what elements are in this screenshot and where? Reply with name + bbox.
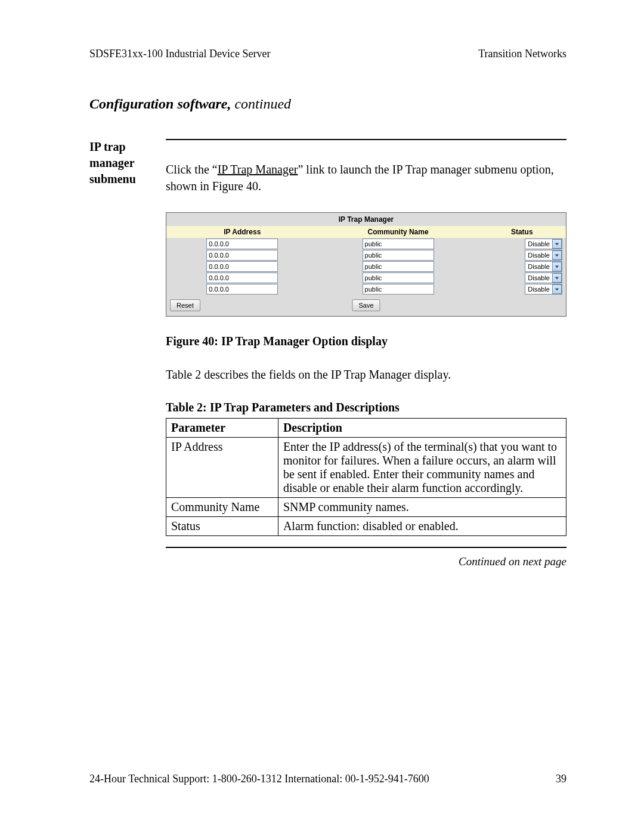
param-desc: Enter the IP address(s) of the terminal(… bbox=[278, 438, 566, 498]
trap-row: Disable bbox=[166, 261, 566, 272]
status-value: Disable bbox=[528, 274, 550, 281]
status-select[interactable]: Disable bbox=[525, 250, 562, 261]
ip-address-input[interactable] bbox=[206, 250, 278, 261]
body-pre: Click the “ bbox=[166, 163, 218, 176]
param-name: Community Name bbox=[166, 498, 278, 517]
svg-marker-1 bbox=[555, 254, 559, 256]
section-title-main: Configuration software, bbox=[89, 96, 231, 112]
trap-header-community: Community Name bbox=[318, 228, 478, 236]
svg-marker-2 bbox=[555, 265, 559, 268]
trap-row: Disable bbox=[166, 238, 566, 249]
param-desc: Alarm function: disabled or enabled. bbox=[278, 517, 566, 536]
community-name-input[interactable] bbox=[363, 272, 434, 283]
table-row: IP AddressEnter the IP address(s) of the… bbox=[166, 438, 566, 498]
ip-address-input[interactable] bbox=[206, 261, 278, 272]
chevron-down-icon[interactable] bbox=[552, 273, 562, 283]
section-title: Configuration software, continued bbox=[89, 96, 566, 112]
status-select[interactable]: Disable bbox=[525, 239, 562, 249]
section-title-continued: continued bbox=[231, 96, 291, 112]
trap-header-status: Status bbox=[478, 228, 566, 236]
parameter-table: Parameter Description IP AddressEnter th… bbox=[166, 418, 566, 536]
table-row: StatusAlarm function: disabled or enable… bbox=[166, 517, 566, 536]
svg-marker-0 bbox=[555, 243, 559, 245]
trap-row: Disable bbox=[166, 283, 566, 295]
ip-address-input[interactable] bbox=[206, 272, 278, 283]
doc-title-left: SDSFE31xx-100 Industrial Device Server bbox=[89, 48, 270, 60]
status-value: Disable bbox=[528, 286, 550, 293]
community-name-input[interactable] bbox=[363, 284, 434, 295]
param-desc: SNMP community names. bbox=[278, 498, 566, 517]
reset-button[interactable]: Reset bbox=[170, 299, 200, 311]
table-intro: Table 2 describes the fields on the IP T… bbox=[166, 366, 566, 383]
status-value: Disable bbox=[528, 263, 550, 270]
trap-header-ip: IP Address bbox=[166, 228, 318, 236]
svg-marker-3 bbox=[555, 277, 559, 279]
ip-trap-manager-link[interactable]: IP Trap Manager bbox=[218, 163, 298, 176]
status-select[interactable]: Disable bbox=[525, 284, 562, 295]
community-name-input[interactable] bbox=[363, 250, 434, 261]
status-select[interactable]: Disable bbox=[525, 261, 562, 272]
status-select[interactable]: Disable bbox=[525, 272, 562, 283]
page-number: 39 bbox=[556, 773, 566, 785]
chevron-down-icon[interactable] bbox=[552, 262, 562, 271]
ip-trap-manager-panel: IP Trap Manager IP Address Community Nam… bbox=[166, 212, 566, 317]
trap-row: Disable bbox=[166, 272, 566, 283]
table-caption: Table 2: IP Trap Parameters and Descript… bbox=[166, 401, 566, 414]
trap-header-row: IP Address Community Name Status bbox=[166, 226, 566, 238]
status-value: Disable bbox=[528, 240, 550, 247]
save-button[interactable]: Save bbox=[352, 299, 380, 311]
chevron-down-icon[interactable] bbox=[552, 284, 562, 294]
chevron-down-icon[interactable] bbox=[552, 239, 562, 249]
param-name: Status bbox=[166, 517, 278, 536]
chevron-down-icon[interactable] bbox=[552, 250, 562, 260]
body-paragraph: Click the “IP Trap Manager” link to laun… bbox=[166, 161, 566, 194]
trap-row: Disable bbox=[166, 249, 566, 261]
svg-marker-4 bbox=[555, 288, 559, 290]
ip-address-input[interactable] bbox=[206, 239, 278, 249]
side-label: IP trap manager submenu bbox=[89, 139, 155, 568]
param-name: IP Address bbox=[166, 438, 278, 498]
bottom-rule bbox=[166, 547, 566, 548]
table-row: Community NameSNMP community names. bbox=[166, 498, 566, 517]
community-name-input[interactable] bbox=[363, 239, 434, 249]
community-name-input[interactable] bbox=[363, 261, 434, 272]
figure-caption: Figure 40: IP Trap Manager Option displa… bbox=[166, 335, 566, 348]
ip-address-input[interactable] bbox=[206, 284, 278, 295]
doc-title-right: Transition Networks bbox=[478, 48, 566, 60]
trap-title: IP Trap Manager bbox=[166, 213, 566, 226]
status-value: Disable bbox=[528, 252, 550, 259]
param-header-parameter: Parameter bbox=[166, 419, 278, 438]
continued-notice: Continued on next page bbox=[166, 555, 566, 568]
param-header-description: Description bbox=[278, 419, 566, 438]
footer-support: 24-Hour Technical Support: 1-800-260-131… bbox=[89, 773, 429, 785]
